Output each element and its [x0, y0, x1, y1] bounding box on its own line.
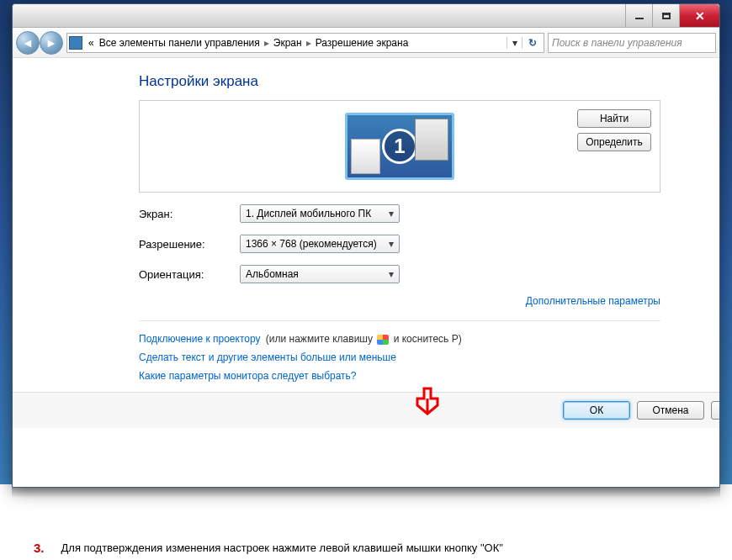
address-bar[interactable]: « Все элементы панели управления ▸ Экран…	[66, 33, 544, 53]
monitor-preview[interactable]: 1	[345, 113, 454, 180]
resolution-label: Разрешение:	[139, 238, 240, 251]
maximize-button[interactable]	[652, 4, 679, 27]
step-number: 3.	[34, 541, 45, 555]
footer-bar: ОК Отмена Применить	[13, 392, 719, 428]
breadcrumb-resolution[interactable]: Разрешение экрана	[313, 37, 411, 49]
back-button[interactable]: ◄	[16, 31, 40, 55]
cancel-button[interactable]: Отмена	[637, 401, 704, 420]
advanced-params-link[interactable]: Дополнительные параметры	[526, 295, 660, 307]
ok-button[interactable]: ОК	[563, 401, 630, 420]
close-icon: ✕	[695, 9, 705, 23]
display-preview-box: 1 Найти Определить	[139, 100, 660, 193]
search-input[interactable]: Поиск в панели управления	[548, 33, 716, 53]
screen-dropdown[interactable]: 1. Дисплей мобильного ПК	[240, 204, 400, 223]
identify-button[interactable]: Определить	[577, 133, 651, 151]
minimize-button[interactable]	[625, 4, 652, 27]
chevron-right-icon: ▸	[305, 37, 313, 49]
text-size-link[interactable]: Сделать текст и другие элементы больше и…	[139, 351, 396, 363]
titlebar: ✕	[13, 4, 719, 28]
orientation-dropdown[interactable]: Альбомная	[240, 265, 400, 283]
forward-button[interactable]: ►	[40, 31, 63, 55]
control-panel-icon	[69, 36, 82, 50]
windows-key-icon	[377, 335, 389, 345]
instruction-text: Для подтверждения изменения настроек наж…	[61, 542, 503, 554]
instruction-row: 3. Для подтверждения изменения настроек …	[34, 541, 715, 555]
breadcrumb-all-items[interactable]: Все элементы панели управления	[97, 37, 263, 49]
screen-label: Экран:	[139, 208, 240, 220]
which-params-link[interactable]: Какие параметры монитора следует выбрать…	[139, 370, 357, 382]
monitor-number-badge: 1	[382, 129, 417, 164]
find-button[interactable]: Найти	[577, 109, 651, 128]
apply-button: Применить	[711, 401, 719, 420]
breadcrumb-screen[interactable]: Экран	[271, 37, 305, 49]
control-panel-window: ✕ ◄ ► « Все элементы панели управления ▸…	[12, 3, 720, 488]
resolution-dropdown[interactable]: 1366 × 768 (рекомендуется)	[240, 235, 400, 253]
content-area: Настройки экрана 1 Найти Определить Экра…	[13, 58, 719, 487]
address-dropdown-button[interactable]: ▾	[507, 37, 522, 49]
chevron-right-icon: ▸	[263, 37, 271, 49]
orientation-label: Ориентация:	[139, 268, 240, 281]
refresh-button[interactable]: ↻	[522, 37, 542, 49]
search-placeholder: Поиск в панели управления	[552, 37, 682, 49]
page-title: Настройки экрана	[139, 73, 660, 90]
projector-link[interactable]: Подключение к проектору	[139, 333, 261, 345]
close-button[interactable]: ✕	[679, 4, 719, 27]
breadcrumb-prefix: «	[86, 37, 97, 49]
navbar: ◄ ► « Все элементы панели управления ▸ Э…	[13, 28, 719, 58]
